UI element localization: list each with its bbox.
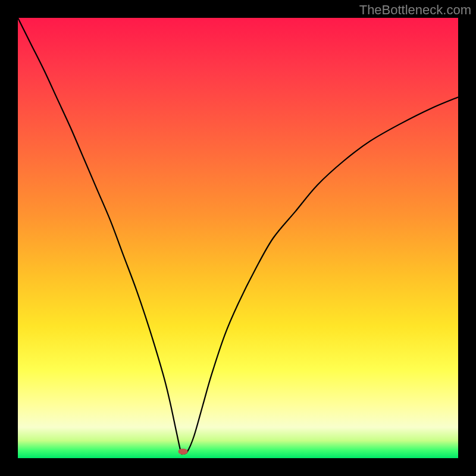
- plot-area: [18, 18, 458, 458]
- chart-frame: TheBottleneck.com: [0, 0, 476, 476]
- watermark-text: TheBottleneck.com: [359, 2, 471, 18]
